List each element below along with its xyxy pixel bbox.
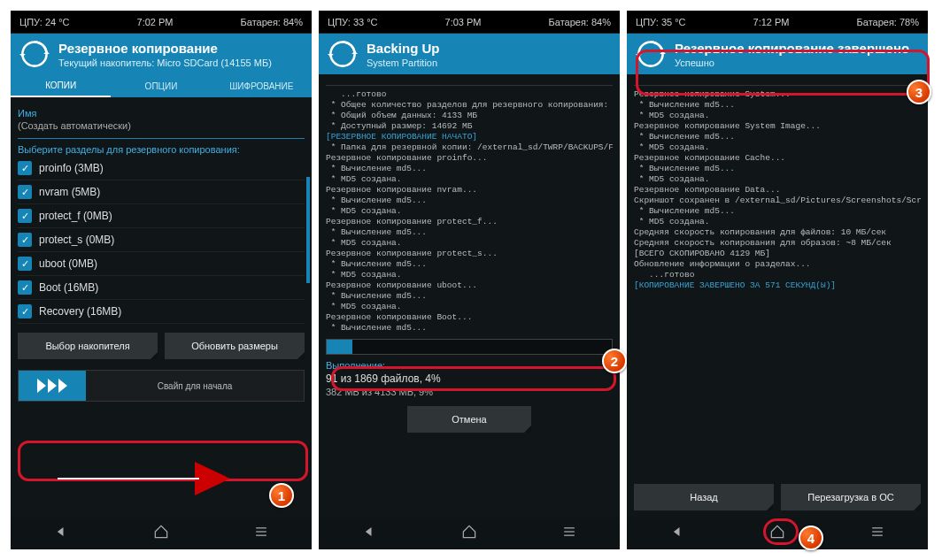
progress-bar: [326, 339, 613, 355]
progress-line-2: 382 МБ из 4133 МБ, 9%: [326, 387, 613, 397]
storage-button[interactable]: Выбор накопителя: [18, 333, 158, 359]
scrollbar[interactable]: [306, 177, 310, 283]
back-icon[interactable]: [668, 523, 686, 544]
reboot-os-button[interactable]: Перезагрузка в ОС: [781, 484, 921, 510]
svg-marker-14: [636, 54, 642, 57]
nav-bar: [319, 518, 620, 549]
refresh-sizes-button[interactable]: Обновить размеры: [165, 333, 305, 359]
nav-bar: [11, 518, 312, 549]
partition-label: Boot (16MB): [39, 281, 98, 294]
body-area: Имя (Создать автоматически) Выберите раз…: [11, 97, 312, 518]
partition-item[interactable]: ✓protect_s (0MB): [18, 228, 305, 252]
header-text: Резервное копирование завершено Успешно: [675, 41, 909, 68]
progress-line-1: 91 из 1869 файлов, 4%: [326, 372, 613, 385]
clock: 7:02 PM: [137, 17, 174, 27]
header-title: Резервное копирование: [58, 41, 272, 56]
status-bar: ЦПУ: 24 °С 7:02 PM Батарея: 84%: [11, 11, 312, 34]
partition-label: uboot (0MB): [39, 257, 97, 270]
phone-screen-2: ЦПУ: 33 °С 7:03 PM Батарея: 84% Backing …: [319, 11, 620, 549]
svg-marker-7: [351, 51, 358, 54]
cpu-temp: ЦПУ: 33 °С: [328, 17, 378, 27]
divider: [326, 85, 613, 86]
header-title: Резервное копирование завершено: [675, 41, 909, 56]
checkbox-icon[interactable]: ✓: [18, 185, 32, 199]
stage: ЦПУ: 24 °С 7:02 PM Батарея: 84% Резервно…: [0, 0, 942, 560]
partition-item[interactable]: ✓nvram (5MB): [18, 180, 305, 204]
home-icon[interactable]: [460, 523, 478, 544]
header-text: Резервное копирование Текущий накопитель…: [58, 41, 272, 68]
divider: [18, 138, 305, 139]
partition-item[interactable]: ✓proinfo (3MB): [18, 157, 305, 180]
partition-label: proinfo (3MB): [39, 162, 104, 174]
partition-label: Recovery (16MB): [39, 305, 121, 318]
cpu-temp: ЦПУ: 35 °С: [636, 17, 686, 27]
back-icon[interactable]: [360, 523, 378, 544]
progress-fill: [327, 340, 352, 354]
battery: Батарея: 84%: [241, 17, 303, 27]
battery: Батарея: 78%: [857, 17, 919, 27]
partition-item[interactable]: ✓protect_f (0MB): [18, 204, 305, 228]
svg-marker-2: [19, 54, 26, 57]
body-area: ...готово * Общее количество разделов дл…: [319, 74, 620, 518]
back-button[interactable]: Назад: [634, 484, 774, 510]
tab-опции[interactable]: ОПЦИИ: [111, 74, 211, 97]
chevron-right-icon: [37, 379, 46, 393]
checkbox-icon[interactable]: ✓: [18, 304, 32, 318]
name-label: Имя: [18, 108, 305, 119]
header-subtitle: Текущий накопитель: Micro SDCard (14155 …: [58, 58, 272, 68]
nav-bar: [627, 518, 928, 549]
checkbox-icon[interactable]: ✓: [18, 280, 32, 295]
log-output: Резервное копирование System... * Вычисл…: [634, 89, 921, 484]
twrp-header: Резервное копирование завершено Успешно: [627, 34, 928, 74]
twrp-header: Резервное копирование Текущий накопитель…: [11, 34, 312, 74]
status-bar: ЦПУ: 33 °С 7:03 PM Батарея: 84%: [319, 11, 620, 34]
swipe-handle[interactable]: [19, 371, 86, 401]
checkbox-icon[interactable]: ✓: [18, 233, 32, 247]
twrp-logo-icon: [328, 39, 358, 69]
button-row: Выбор накопителя Обновить размеры: [18, 333, 305, 359]
back-icon[interactable]: [52, 523, 70, 544]
twrp-logo-icon: [636, 39, 666, 69]
chevron-right-icon: [58, 379, 67, 393]
checkbox-icon[interactable]: ✓: [18, 161, 32, 175]
home-icon[interactable]: [768, 523, 786, 544]
svg-marker-13: [660, 51, 666, 54]
divider: [634, 85, 921, 86]
swipe-label: Свайп для начала: [86, 381, 304, 391]
partition-label: nvram (5MB): [39, 186, 100, 198]
menu-icon[interactable]: [560, 523, 578, 544]
cancel-button[interactable]: Отмена: [407, 406, 531, 433]
body-area: Резервное копирование System... * Вычисл…: [627, 74, 928, 518]
checkbox-icon[interactable]: ✓: [18, 257, 32, 271]
header-subtitle: Успешно: [675, 58, 909, 68]
twrp-logo-icon: [19, 39, 50, 69]
clock: 7:03 PM: [445, 17, 482, 27]
checkbox-icon[interactable]: ✓: [18, 209, 32, 223]
chevron-right-icon: [48, 379, 57, 393]
tabs: КОПИИОПЦИИШИФРОВАНИЕ: [11, 74, 312, 97]
status-bar: ЦПУ: 35 °С 7:12 PM Батарея: 78%: [627, 11, 928, 34]
partition-item[interactable]: ✓Boot (16MB): [18, 276, 305, 300]
partition-list[interactable]: ✓proinfo (3MB)✓nvram (5MB)✓protect_f (0M…: [18, 157, 305, 324]
name-input[interactable]: (Создать автоматически): [18, 120, 305, 131]
button-row: Назад Перезагрузка в ОС: [634, 484, 921, 510]
execution-label: Выполнение:: [326, 360, 613, 371]
select-partitions-label: Выберите разделы для резервного копирова…: [18, 144, 305, 155]
partition-label: protect_s (0MB): [39, 234, 114, 246]
partition-item[interactable]: ✓uboot (0MB): [18, 252, 305, 276]
svg-marker-1: [43, 51, 50, 54]
tab-шифрование[interactable]: ШИФРОВАНИЕ: [212, 74, 312, 97]
tab-копии[interactable]: КОПИИ: [11, 74, 111, 97]
menu-icon[interactable]: [869, 523, 886, 544]
partition-item[interactable]: ✓Recovery (16MB): [18, 300, 305, 324]
menu-icon[interactable]: [252, 523, 270, 544]
log-output: ...готово * Общее количество разделов дл…: [326, 89, 613, 334]
home-icon[interactable]: [152, 523, 170, 544]
svg-marker-8: [328, 54, 334, 57]
header-title: Backing Up: [367, 41, 440, 56]
clock: 7:12 PM: [753, 17, 790, 27]
cpu-temp: ЦПУ: 24 °С: [19, 17, 70, 27]
header-subtitle: System Partition: [367, 58, 440, 68]
phone-screen-3: ЦПУ: 35 °С 7:12 PM Батарея: 78% Резервно…: [627, 11, 928, 549]
swipe-slider[interactable]: Свайп для начала: [18, 370, 305, 402]
